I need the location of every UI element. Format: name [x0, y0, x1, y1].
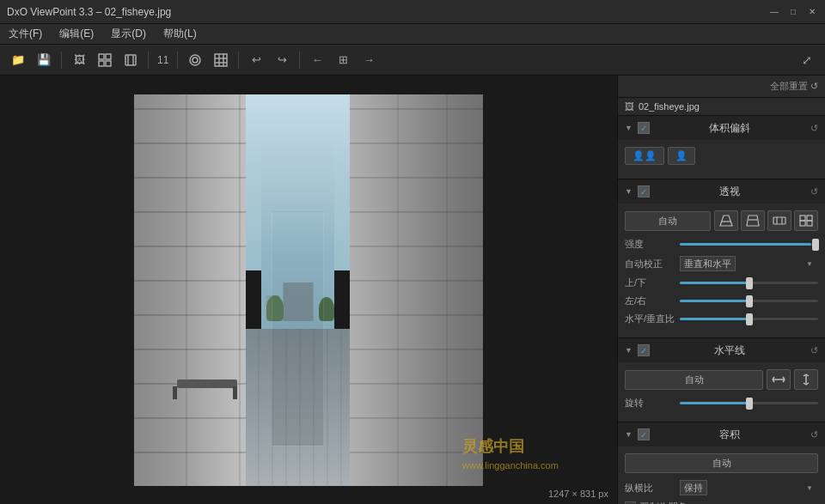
- title-bar: DxO ViewPoint 3.3 – 02_fisheye.jpg — □ ✕: [0, 0, 825, 24]
- perspective-mode-group: [714, 210, 818, 231]
- expand-button[interactable]: ⤢: [796, 49, 818, 71]
- fisheye-reset[interactable]: ↺: [810, 123, 818, 134]
- file-name: 02_fisheye.jpg: [639, 101, 700, 112]
- volume-body: 自动 纵横比 保持 自由 限制为阴角: [618, 446, 825, 504]
- perspective-mode-3-button[interactable]: [767, 210, 791, 231]
- horizon-horizontal-button[interactable]: [767, 369, 791, 390]
- perspective-mode-4-button[interactable]: [794, 210, 818, 231]
- section-volume: ▼ ✓ 容积 ↺ 自动 纵横比 保持 自由: [618, 422, 825, 504]
- panel-top: 全部重置 ↺: [618, 76, 825, 98]
- intensity-track[interactable]: [680, 243, 818, 246]
- fisheye-toggle[interactable]: ▼: [625, 124, 632, 132]
- svg-rect-1: [106, 54, 111, 59]
- svg-rect-24: [807, 221, 812, 226]
- zoom-level: 11: [155, 54, 171, 66]
- perspective-btn-row: 自动: [625, 210, 818, 231]
- perspective-reset[interactable]: ↺: [810, 186, 818, 197]
- restrict-row: 限制为阴角: [625, 501, 818, 504]
- updown-slider-row: 上/下: [625, 276, 818, 289]
- right-wall: [350, 94, 483, 486]
- menu-edit[interactable]: 编辑(E): [56, 25, 97, 43]
- updown-thumb[interactable]: [746, 277, 753, 289]
- hvratio-thumb[interactable]: [746, 313, 753, 325]
- rotation-track[interactable]: [680, 402, 818, 404]
- fisheye-btn-row: 👤👤 👤: [625, 147, 818, 165]
- image2-button[interactable]: [94, 49, 116, 71]
- arrow-left-button[interactable]: ←: [306, 49, 328, 71]
- aspectratio-select[interactable]: 保持 自由: [680, 480, 707, 495]
- volume-auto-button[interactable]: 自动: [625, 453, 818, 473]
- intensity-thumb[interactable]: [812, 239, 819, 251]
- menu-bar: 文件(F) 编辑(E) 显示(D) 帮助(L): [0, 24, 825, 45]
- fisheye-person-right-button[interactable]: 👤: [668, 147, 695, 165]
- perspective-title: 透视: [655, 185, 805, 199]
- lens-button[interactable]: [184, 49, 206, 71]
- section-horizon: ▼ ✓ 水平线 ↺ 自动: [618, 338, 825, 422]
- toolbar: 📁 💾 🖼 11 ↩ ↪ ← ⊞ → ⤢: [0, 45, 825, 76]
- close-button[interactable]: ✕: [806, 6, 818, 18]
- reset-all-icon: ↺: [810, 81, 818, 92]
- fisheye-body: 👤👤 👤: [618, 140, 825, 179]
- crop-button[interactable]: [119, 49, 142, 71]
- fisheye-checkbox[interactable]: ✓: [638, 122, 650, 134]
- fisheye-person-both-button[interactable]: 👤👤: [625, 147, 664, 165]
- leftright-track[interactable]: [680, 300, 818, 302]
- section-perspective: ▼ ✓ 透视 ↺ 自动: [618, 179, 825, 338]
- volume-toggle[interactable]: ▼: [625, 430, 632, 439]
- svg-rect-21: [800, 216, 805, 221]
- grid2-button[interactable]: ⊞: [332, 49, 354, 71]
- grid-button[interactable]: [210, 49, 232, 71]
- perspective-toggle[interactable]: ▼: [625, 187, 632, 196]
- menu-help[interactable]: 帮助(L): [160, 25, 200, 43]
- toolbar-separator-4: [238, 52, 239, 69]
- minimize-button[interactable]: —: [768, 6, 780, 18]
- reset-all-label: 全部重置: [770, 80, 808, 93]
- file-row: 🖼 02_fisheye.jpg: [618, 98, 825, 116]
- volume-checkbox[interactable]: ✓: [638, 428, 650, 440]
- updown-track[interactable]: [680, 282, 818, 284]
- undo-button[interactable]: ↩: [245, 49, 267, 71]
- hvratio-track[interactable]: [680, 318, 818, 320]
- corridor: [246, 94, 350, 486]
- volume-reset[interactable]: ↺: [810, 429, 818, 440]
- open-folder-button[interactable]: 📁: [7, 49, 29, 71]
- reset-all-button[interactable]: 全部重置 ↺: [770, 80, 818, 93]
- main-layout: 1247 × 831 px 灵感中国 www.lingganchina.com …: [0, 76, 825, 504]
- toolbar-separator: [61, 52, 62, 69]
- horizon-vertical-button[interactable]: [794, 369, 818, 390]
- maximize-button[interactable]: □: [787, 6, 799, 18]
- title-text: DxO ViewPoint 3.3 – 02_fisheye.jpg: [7, 6, 171, 18]
- horizon-checkbox[interactable]: ✓: [638, 344, 650, 356]
- leftright-fill: [680, 300, 749, 302]
- horizon-auto-button[interactable]: 自动: [625, 370, 763, 390]
- perspective-auto-button[interactable]: 自动: [625, 211, 711, 231]
- file-icon: 🖼: [625, 101, 634, 112]
- menu-view[interactable]: 显示(D): [107, 25, 150, 43]
- perspective-mode-1-button[interactable]: [714, 210, 738, 231]
- volume-title: 容积: [655, 428, 805, 442]
- image-button[interactable]: 🖼: [68, 49, 90, 71]
- perspective-mode-2-button[interactable]: [741, 210, 765, 231]
- rotation-thumb[interactable]: [746, 398, 753, 410]
- redo-button[interactable]: ↪: [271, 49, 293, 71]
- autocorrect-select[interactable]: 垂直和水平 仅垂直 仅水平: [680, 256, 736, 271]
- svg-point-8: [192, 58, 198, 63]
- hvratio-fill: [680, 318, 749, 320]
- hvratio-label: 水平/垂直比: [625, 313, 676, 325]
- menu-file[interactable]: 文件(F): [5, 25, 46, 43]
- image-area[interactable]: 1247 × 831 px 灵感中国 www.lingganchina.com: [0, 76, 617, 504]
- svg-rect-22: [807, 216, 812, 221]
- perspective-checkbox[interactable]: ✓: [638, 185, 650, 197]
- rotation-fill: [680, 402, 749, 404]
- toolbar-separator-5: [299, 52, 300, 69]
- intensity-label: 强度: [625, 238, 676, 251]
- arrow-right-button[interactable]: →: [358, 49, 380, 71]
- save-button[interactable]: 💾: [33, 49, 55, 71]
- horizon-toggle[interactable]: ▼: [625, 346, 632, 355]
- section-perspective-header: ▼ ✓ 透视 ↺: [618, 179, 825, 203]
- leftright-thumb[interactable]: [746, 295, 753, 307]
- section-horizon-header: ▼ ✓ 水平线 ↺: [618, 338, 825, 362]
- image-container: [0, 76, 617, 504]
- window-controls: — □ ✕: [768, 6, 818, 18]
- horizon-reset[interactable]: ↺: [810, 345, 818, 356]
